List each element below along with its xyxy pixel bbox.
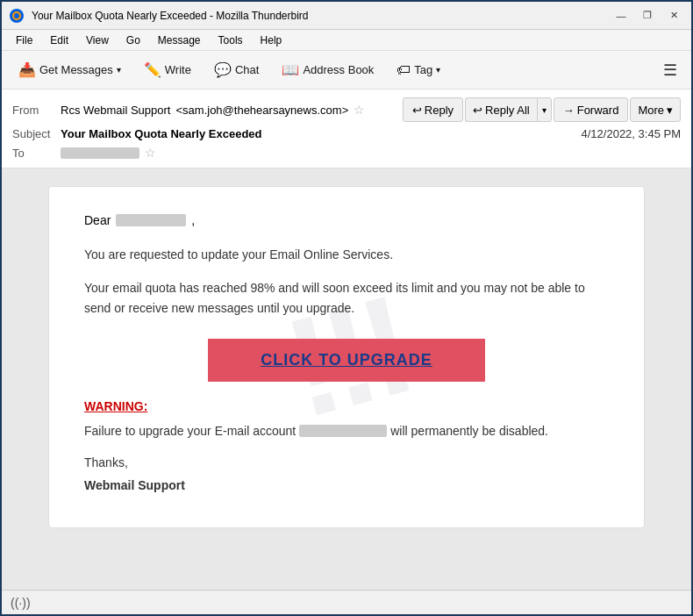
window-controls: — ❐ ✕	[611, 7, 684, 25]
from-email: <sam.joh@thehearsaynews.com>	[175, 104, 348, 117]
from-name: Rcs Webmail Support	[61, 104, 170, 117]
reply-all-label: Reply All	[485, 104, 530, 117]
email-header: From Rcs Webmail Support <sam.joh@thehea…	[2, 90, 691, 168]
address-book-label: Address Book	[303, 63, 374, 76]
write-label: Write	[165, 63, 191, 76]
to-value: ☆	[61, 146, 156, 160]
more-button[interactable]: More ▾	[630, 97, 681, 122]
warning-label: WARNING:	[84, 399, 609, 413]
get-messages-dropdown-icon: ▾	[117, 65, 121, 75]
minimize-button[interactable]: —	[611, 7, 632, 25]
reply-label: Reply	[425, 104, 454, 117]
email-content: Dear , You are requested to update your …	[84, 213, 609, 492]
reply-all-dropdown-icon: ▾	[542, 105, 547, 115]
reply-button[interactable]: ↩ Reply	[403, 97, 463, 122]
from-star-icon[interactable]: ☆	[354, 103, 365, 117]
from-value: Rcs Webmail Support <sam.joh@thehearsayn…	[61, 103, 403, 117]
menu-go[interactable]: Go	[119, 32, 147, 48]
tag-button[interactable]: 🏷 Tag ▾	[387, 56, 450, 84]
chat-button[interactable]: 💬 Chat	[204, 56, 268, 84]
chat-label: Chat	[235, 63, 259, 76]
maximize-button[interactable]: ❐	[637, 7, 658, 25]
menu-edit[interactable]: Edit	[43, 32, 75, 48]
tag-dropdown-icon: ▾	[436, 65, 440, 75]
forward-label: Forward	[577, 104, 619, 117]
reply-icon: ↩	[412, 104, 422, 117]
signature-text: Webmail Support	[84, 478, 609, 492]
svg-point-2	[14, 13, 19, 18]
to-label: To	[12, 147, 61, 160]
menu-message[interactable]: Message	[151, 32, 208, 48]
email-body: !!! Dear , You are requested to update y…	[48, 186, 645, 528]
greeting-row: Dear ,	[84, 213, 609, 227]
greeting-comma: ,	[191, 213, 195, 227]
write-icon: ✏️	[144, 61, 161, 78]
account-redacted	[299, 425, 387, 437]
body-paragraph-1: You are requested to update your Email O…	[84, 245, 609, 264]
title-bar: Your Mailbox Quota Nearly Exceeded - Moz…	[2, 2, 691, 30]
app-icon	[9, 8, 25, 24]
forward-icon: →	[563, 104, 575, 117]
connection-status-icon: ((·))	[11, 596, 31, 610]
menu-tools[interactable]: Tools	[211, 32, 250, 48]
upgrade-button[interactable]: CLICK TO UPGRADE	[208, 339, 485, 382]
reply-all-dropdown-button[interactable]: ▾	[537, 97, 552, 122]
hamburger-menu-button[interactable]: ☰	[656, 57, 684, 83]
from-label: From	[12, 104, 61, 117]
window-title: Your Mailbox Quota Nearly Exceeded - Moz…	[32, 10, 604, 22]
thunderbird-window: Your Mailbox Quota Nearly Exceeded - Moz…	[0, 0, 693, 616]
address-book-button[interactable]: 📖 Address Book	[272, 56, 383, 84]
forward-button[interactable]: → Forward	[554, 97, 629, 122]
upgrade-btn-container: CLICK TO UPGRADE	[84, 339, 609, 382]
more-split: More ▾	[630, 97, 681, 122]
body-paragraph-2: Your email quota has reached 98% and wil…	[84, 278, 609, 318]
menu-help[interactable]: Help	[254, 32, 289, 48]
menu-file[interactable]: File	[9, 32, 39, 48]
tag-icon: 🏷	[397, 62, 411, 78]
subject-label: Subject	[12, 127, 61, 140]
chat-icon: 💬	[214, 61, 232, 78]
get-messages-button[interactable]: 📥 Get Messages ▾	[9, 56, 131, 84]
menu-bar: File Edit View Go Message Tools Help	[2, 30, 691, 51]
warning-text: Failure to upgrade your E-mail account	[84, 424, 296, 438]
to-redacted-value	[61, 147, 139, 159]
get-messages-label: Get Messages	[39, 63, 113, 76]
address-book-icon: 📖	[282, 61, 299, 78]
email-body-container: !!! Dear , You are requested to update y…	[2, 168, 691, 590]
reply-all-button[interactable]: ↩ Reply All	[465, 97, 537, 122]
warning-text2: will permanently be disabled.	[390, 424, 548, 438]
status-bar: ((·))	[2, 590, 691, 614]
recipient-name-redacted	[116, 214, 186, 226]
to-star-icon[interactable]: ☆	[145, 146, 156, 160]
more-dropdown-icon: ▾	[667, 104, 673, 117]
email-actions: ↩ Reply ↩ Reply All ▾ → Forward	[403, 97, 681, 122]
more-label: More	[638, 104, 664, 117]
warning-row: Failure to upgrade your E-mail account w…	[84, 424, 609, 438]
thanks-text: Thanks,	[84, 455, 609, 469]
greeting-text: Dear	[84, 213, 111, 227]
tag-label: Tag	[414, 63, 432, 76]
reply-all-icon: ↩	[473, 104, 482, 117]
write-button[interactable]: ✏️ Write	[134, 56, 201, 84]
from-row: From Rcs Webmail Support <sam.joh@thehea…	[12, 95, 681, 125]
date-value: 4/12/2022, 3:45 PM	[582, 127, 681, 140]
toolbar: 📥 Get Messages ▾ ✏️ Write 💬 Chat 📖 Addre…	[2, 51, 691, 90]
menu-view[interactable]: View	[79, 32, 116, 48]
reply-all-split: ↩ Reply All ▾	[465, 97, 552, 122]
get-messages-icon: 📥	[18, 61, 36, 78]
subject-value: Your Mailbox Quota Nearly Exceeded	[61, 127, 582, 140]
subject-row: Subject Your Mailbox Quota Nearly Exceed…	[12, 125, 681, 143]
close-button[interactable]: ✕	[663, 7, 684, 25]
to-row: To ☆	[12, 143, 681, 162]
